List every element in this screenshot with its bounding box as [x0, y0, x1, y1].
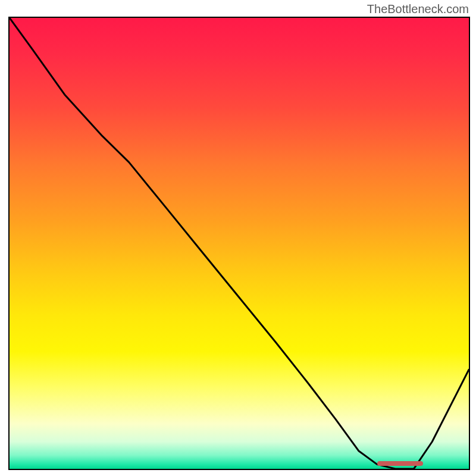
- curve-svg: [10, 18, 469, 469]
- optimal-range-bar: [377, 461, 423, 466]
- plot-area: [8, 17, 470, 470]
- watermark-text: TheBottleneck.com: [367, 2, 469, 16]
- bottleneck-curve: [10, 18, 469, 469]
